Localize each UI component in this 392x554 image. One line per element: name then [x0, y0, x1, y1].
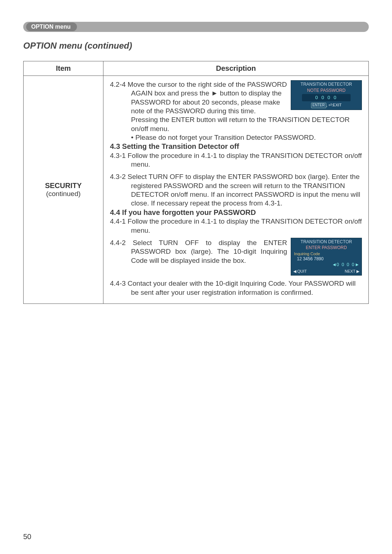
box2-inquiring-label: Inquiring Code: [291, 251, 362, 256]
box2-subtitle: ENTER PASSWORD: [291, 245, 362, 251]
box1-title: TRANSITION DETECTOR: [291, 81, 362, 87]
heading-4-4: 4.4 If you have forgotten your PASSWORD: [110, 208, 362, 217]
box1-footer: ENTER, ⏎:EXIT: [291, 101, 362, 110]
col-header-description: Description: [103, 61, 369, 76]
heading-4-3: 4.3 Setting the Transition Detector off: [110, 142, 362, 151]
step-4-4-1: 4.4-1 Follow the procedure in 4.1-1 to d…: [110, 217, 362, 235]
left-arrow-icon: ◀: [332, 262, 336, 267]
right-arrow-icon: ▶: [355, 262, 359, 267]
enter-key-icon: ENTER: [311, 103, 326, 108]
step-4-3-2: 4.3-2 Select TURN OFF to display the ENT…: [110, 172, 362, 208]
box1-password-code: 0 0 0 0: [302, 94, 351, 102]
option-table: Item Description SECURITY (continued) TR…: [23, 61, 369, 304]
box2-inquiring-code: 12 3456 7890: [291, 256, 362, 262]
box1-exit-label: , ⏎:EXIT: [326, 103, 342, 107]
step-4-3-1: 4.3-1 Follow the procedure in 4.1-1 to d…: [110, 151, 362, 169]
col-header-item: Item: [24, 61, 103, 76]
box2-password-code: 0 0 0 0: [336, 262, 355, 268]
box2-pass-row: ◀ 0 0 0 0 ▶: [291, 262, 362, 268]
box2-title: TRANSITION DETECTOR: [291, 238, 362, 245]
item-continued-label: (continued): [28, 190, 99, 198]
page-number: 50: [23, 533, 31, 541]
table-row: SECURITY (continued) TRANSITION DETECTOR…: [24, 76, 369, 304]
item-security-label: SECURITY: [28, 182, 99, 190]
header-bar: OPTION menu: [23, 22, 369, 32]
box1-subtitle: NOTE PASSWORD: [291, 87, 362, 94]
box2-next-label: NEXT ▶: [345, 269, 359, 274]
header-menu-label: OPTION menu: [31, 24, 70, 30]
step-4-2-4b: Pressing the ENTER button will return to…: [110, 115, 362, 133]
description-cell: TRANSITION DETECTOR NOTE PASSWORD 0 0 0 …: [103, 76, 369, 304]
section-title: OPTION menu (continued): [23, 41, 369, 51]
table-header-row: Item Description: [24, 61, 369, 76]
transition-detector-note-box: TRANSITION DETECTOR NOTE PASSWORD 0 0 0 …: [291, 80, 362, 110]
step-4-4-3: 4.4-3 Contact your dealer with the 10-di…: [110, 279, 362, 297]
box2-bottom-row: ◀ QUIT NEXT ▶: [291, 268, 362, 275]
transition-detector-enter-box: TRANSITION DETECTOR ENTER PASSWORD Inqui…: [291, 238, 362, 276]
header-menu-pill: OPTION menu: [26, 23, 77, 31]
step-4-2-4c: • Please do not forget your Transition D…: [110, 133, 362, 142]
item-cell: SECURITY (continued): [24, 76, 103, 304]
box2-quit-label: ◀ QUIT: [293, 269, 307, 274]
